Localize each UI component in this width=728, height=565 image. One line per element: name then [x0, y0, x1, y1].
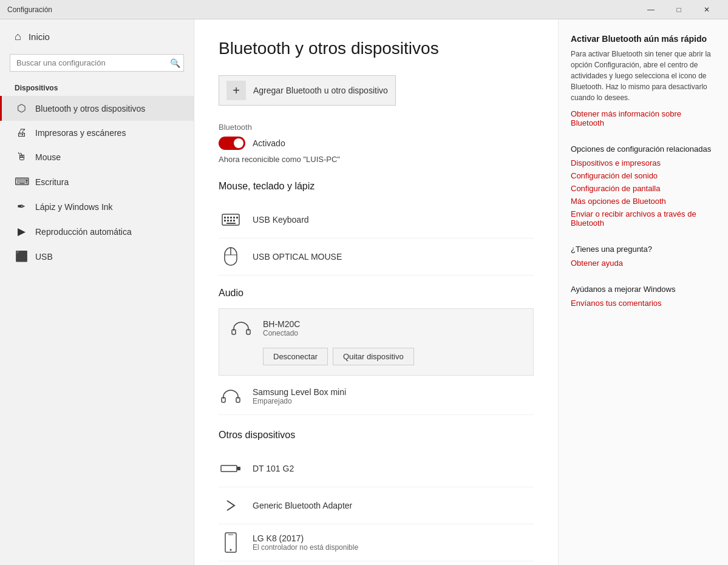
close-button[interactable]: ✕ — [693, 0, 721, 19]
activate-title: Activar Bluetooth aún más rápido — [571, 34, 716, 44]
samsung-level-info: Samsung Level Box mini Emparejado — [253, 387, 346, 405]
toggle-state-label: Activado — [253, 138, 285, 148]
sidebar-item-label: Mouse — [35, 152, 61, 162]
sidebar-item-label: Impresoras y escáneres — [35, 128, 126, 138]
improve-title: Ayúdanos a mejorar Windows — [571, 285, 716, 294]
add-device-label: Agregar Bluetooth u otro dispositivo — [253, 86, 388, 95]
sidebar-item-mouse[interactable]: 🖱 Mouse — [0, 145, 194, 169]
activate-link[interactable]: Obtener más información sobre Bluetooth — [571, 109, 716, 127]
search-input[interactable] — [10, 54, 184, 72]
dt101g2-icon — [219, 456, 243, 481]
svg-rect-3 — [230, 217, 232, 218]
svg-rect-2 — [227, 217, 229, 218]
generic-bt-name: Generic Bluetooth Adapter — [253, 501, 352, 510]
device-generic-bt: Generic Bluetooth Adapter — [219, 487, 534, 524]
bh-m20c-name: BH-M20C — [263, 319, 300, 329]
sidebar-item-reproduccion[interactable]: ▶ Reproducción automática — [0, 219, 194, 244]
bluetooth-section-label: Bluetooth — [219, 123, 534, 132]
lg-k8-info: LG K8 (2017) El controlador no está disp… — [253, 533, 358, 552]
related-link-2[interactable]: Configuración de pantalla — [571, 184, 716, 193]
dt101g2-info: DT 101 G2 — [253, 464, 294, 473]
activate-text: Para activar Bluetooth sin tener que abr… — [571, 49, 716, 103]
related-link-4[interactable]: Enviar o recibir archivos a través de Bl… — [571, 209, 716, 228]
mouse-device-icon — [219, 245, 243, 269]
search-box-container: 🔍 — [10, 54, 184, 72]
lg-k8-status: El controlador no está disponible — [253, 543, 358, 552]
activate-section: Activar Bluetooth aún más rápido Para ac… — [571, 34, 716, 127]
keyboard-device-icon — [219, 208, 243, 232]
svg-rect-7 — [227, 220, 229, 222]
main-content: Bluetooth y otros dispositivos + Agregar… — [194, 19, 558, 565]
svg-rect-18 — [237, 467, 240, 470]
mouse-section-title: Mouse, teclado y lápiz — [219, 181, 534, 192]
device-lg-k8: LG K8 (2017) El controlador no está disp… — [219, 524, 534, 561]
generic-bt-icon — [219, 493, 243, 518]
generic-bt-info: Generic Bluetooth Adapter — [253, 501, 352, 510]
disconnect-button[interactable]: Desconectar — [263, 348, 328, 365]
svg-point-20 — [230, 549, 232, 551]
bluetooth-toggle-row: Activado — [219, 137, 534, 150]
sidebar-section-label: Dispositivos — [0, 76, 194, 96]
device-samsung-level[interactable]: Samsung Level Box mini Emparejado — [219, 378, 534, 415]
usb-mouse-name: USB OPTICAL MOUSE — [253, 252, 342, 262]
add-plus-icon: + — [226, 81, 246, 100]
home-icon: ⌂ — [15, 30, 21, 43]
recognizable-text: Ahora reconicible como "LUIS-PC" — [219, 155, 534, 164]
usb-keyboard-info: USB Keyboard — [253, 215, 309, 225]
device-dt101g2: DT 101 G2 — [219, 450, 534, 487]
related-title: Opciones de configuración relacionadas — [571, 144, 716, 154]
titlebar: Configuración — □ ✕ — [0, 0, 728, 19]
sidebar-item-printers[interactable]: 🖨 Impresoras y escáneres — [0, 121, 194, 145]
headphone-icon — [229, 316, 253, 340]
minimize-button[interactable]: — — [637, 0, 665, 19]
svg-rect-8 — [230, 220, 232, 222]
samsung-level-name: Samsung Level Box mini — [253, 387, 346, 397]
usb-keyboard-name: USB Keyboard — [253, 215, 309, 225]
search-icon[interactable]: 🔍 — [170, 58, 180, 68]
sidebar-item-label: Bluetooth y otros dispositivos — [35, 104, 145, 113]
maximize-button[interactable]: □ — [665, 0, 693, 19]
improve-section: Ayúdanos a mejorar Windows Envíanos tus … — [571, 285, 716, 308]
sidebar-item-escritura[interactable]: ⌨ Escritura — [0, 169, 194, 194]
mouse-icon: 🖱 — [15, 151, 28, 163]
lg-k8-icon — [219, 530, 243, 555]
right-panel: Activar Bluetooth aún más rápido Para ac… — [558, 19, 728, 565]
bh-m20c-status: Conectado — [263, 329, 300, 337]
device-bh-m20c[interactable]: BH-M20C Conectado Desconectar Quitar dis… — [219, 308, 534, 376]
bh-m20c-top: BH-M20C Conectado — [229, 316, 523, 340]
related-link-3[interactable]: Más opciones de Bluetooth — [571, 197, 716, 206]
svg-rect-1 — [224, 217, 226, 218]
device-usb-keyboard: USB Keyboard — [219, 201, 534, 239]
samsung-level-status: Emparejado — [253, 397, 346, 405]
sidebar-home[interactable]: ⌂ Inicio — [0, 24, 194, 49]
audio-section-title: Audio — [219, 288, 534, 299]
printer-icon: 🖨 — [15, 127, 28, 139]
dt101g2-name: DT 101 G2 — [253, 464, 294, 473]
bh-m20c-info: BH-M20C Conectado — [263, 319, 300, 337]
svg-rect-10 — [226, 223, 236, 224]
sidebar-item-usb[interactable]: ⬛ USB — [0, 244, 194, 269]
svg-rect-6 — [224, 220, 226, 222]
bluetooth-toggle[interactable] — [219, 137, 245, 150]
lg-k8-name: LG K8 (2017) — [253, 533, 358, 543]
app-title: Configuración — [7, 5, 52, 14]
remove-device-button[interactable]: Quitar dispositivo — [333, 348, 414, 365]
svg-rect-5 — [236, 217, 238, 218]
pen-icon: ✒ — [15, 200, 28, 213]
sidebar-item-lapiz[interactable]: ✒ Lápiz y Windows Ink — [0, 194, 194, 219]
keyboard-icon: ⌨ — [15, 175, 28, 188]
sidebar-item-label: Escritura — [35, 177, 69, 187]
window-controls: — □ ✕ — [637, 0, 721, 19]
sidebar-item-bluetooth[interactable]: ⬡ Bluetooth y otros dispositivos — [0, 96, 194, 121]
sidebar-item-label: Lápiz y Windows Ink — [35, 202, 113, 212]
related-section: Opciones de configuración relacionadas D… — [571, 144, 716, 228]
related-link-0[interactable]: Dispositivos e impresoras — [571, 158, 716, 167]
add-device-button[interactable]: + Agregar Bluetooth u otro dispositivo — [219, 75, 396, 106]
play-icon: ▶ — [15, 225, 28, 238]
question-link[interactable]: Obtener ayuda — [571, 259, 716, 268]
improve-link[interactable]: Envíanos tus comentarios — [571, 299, 716, 308]
samsung-headphone-icon — [219, 384, 243, 408]
related-link-1[interactable]: Configuración del sonido — [571, 171, 716, 180]
usb-icon: ⬛ — [15, 250, 28, 263]
home-label: Inicio — [29, 32, 50, 42]
